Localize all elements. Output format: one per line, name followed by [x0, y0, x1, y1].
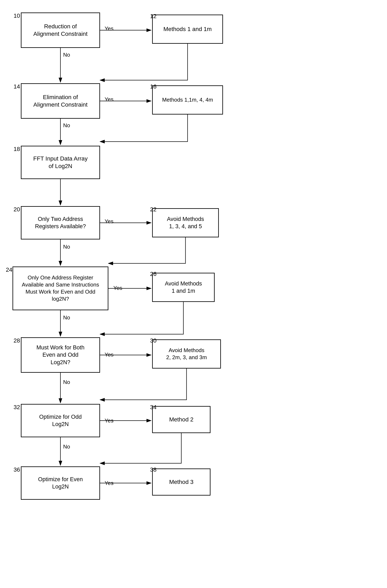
box-two-address: Only Two AddressRegisters Available? [21, 206, 100, 239]
label-28: 28 [14, 337, 20, 344]
label-18: 18 [14, 146, 20, 152]
label-16: 16 [150, 83, 157, 90]
box-avoid-2-2m-3-3m: Avoid Methods2, 2m, 3, and 3m [152, 339, 221, 369]
label-24: 24 [6, 267, 12, 273]
label-22: 22 [150, 206, 157, 213]
no-label-24: No [63, 315, 70, 321]
box-elimination: Elimination ofAlignment Constraint [21, 83, 100, 119]
yes-label-10: Yes [105, 25, 113, 32]
no-label-32: No [63, 443, 70, 450]
box-reduction: Reduction ofAlignment Constraint [21, 13, 100, 48]
label-32: 32 [14, 404, 20, 411]
yes-label-28: Yes [105, 352, 113, 358]
box-avoid-1-3-4-5: Avoid Methods1, 3, 4, and 5 [152, 208, 219, 237]
diagram-container: Reduction ofAlignment Constraint 10 Meth… [0, 0, 387, 588]
box-fft: FFT Input Data Arrayof Log2N [21, 146, 100, 179]
label-38: 38 [150, 466, 157, 473]
yes-label-20: Yes [105, 218, 113, 225]
label-12: 12 [150, 13, 157, 20]
yes-label-32: Yes [105, 418, 113, 424]
box-both-even-odd: Must Work for BothEven and OddLog2N? [21, 337, 100, 373]
box-optimize-odd: Optimize for OddLog2N [21, 404, 100, 437]
label-34: 34 [150, 404, 157, 411]
label-10: 10 [14, 13, 20, 19]
yes-label-24: Yes [113, 285, 122, 291]
no-label-20: No [63, 244, 70, 250]
yes-label-14: Yes [105, 96, 113, 103]
yes-label-36: Yes [105, 480, 113, 486]
no-label-10: No [63, 52, 70, 58]
label-14: 14 [14, 83, 20, 90]
no-label-14: No [63, 122, 70, 129]
box-optimize-even: Optimize for EvenLog2N [21, 466, 100, 500]
label-36: 36 [14, 466, 20, 473]
label-20: 20 [14, 206, 20, 213]
label-26: 26 [150, 271, 157, 277]
box-methods-1-1m: Methods 1 and 1m [152, 15, 223, 44]
box-method-3: Method 3 [152, 468, 210, 496]
no-label-28: No [63, 379, 70, 385]
label-30: 30 [150, 337, 157, 344]
box-avoid-1-1m: Avoid Methods1 and 1m [152, 273, 215, 302]
box-methods-1-1m-4-4m: Methods 1,1m, 4, 4m [152, 85, 223, 115]
box-method-2: Method 2 [152, 406, 210, 433]
box-one-address: Only One Address RegisterAvailable and S… [13, 267, 108, 310]
